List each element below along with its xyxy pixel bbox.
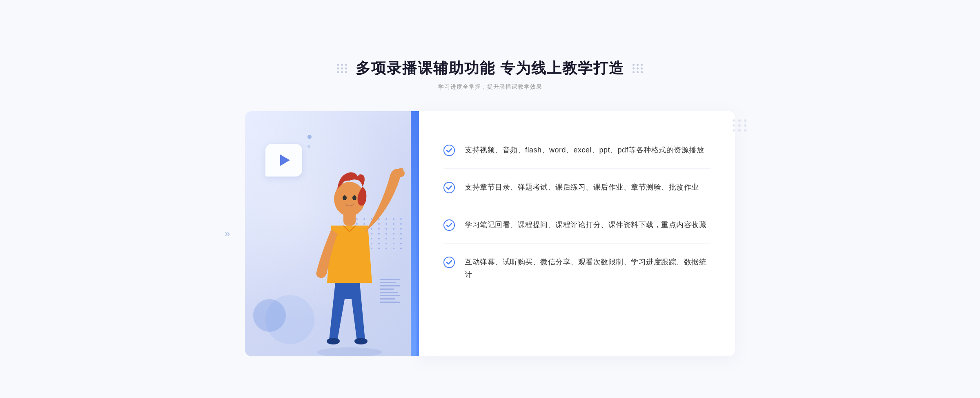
left-arrow-decoration: » — [225, 228, 230, 239]
deco-circle-small — [253, 299, 286, 332]
content-section: » — [245, 111, 735, 356]
feature-text-1: 支持视频、音频、flash、word、excel、ppt、pdf等各种格式的资源… — [465, 144, 704, 157]
play-icon — [280, 154, 290, 166]
human-figure-illustration — [296, 144, 411, 356]
svg-point-0 — [317, 347, 382, 356]
page-title: 多项录播课辅助功能 专为线上教学打造 — [356, 58, 624, 78]
check-icon-2 — [443, 182, 455, 193]
header-decorators: 多项录播课辅助功能 专为线上教学打造 — [245, 58, 735, 78]
feature-item-4: 互动弹幕、试听购买、微信分享、观看次数限制、学习进度跟踪、数据统计 — [443, 244, 710, 293]
illustration-area — [245, 111, 416, 356]
right-dot-grid — [633, 64, 643, 73]
check-icon-1 — [443, 145, 455, 156]
svg-point-10 — [444, 220, 454, 230]
svg-point-9 — [444, 182, 454, 193]
feature-item-3: 学习笔记回看、课程提问、课程评论打分、课件资料下载，重点内容收藏 — [443, 206, 710, 244]
feature-item-1: 支持视频、音频、flash、word、excel、ppt、pdf等各种格式的资源… — [443, 132, 710, 169]
page-wrapper: 多项录播课辅助功能 专为线上教学打造 学习进度全掌握，提升录播课教学效果 » — [245, 42, 735, 356]
feature-item-2: 支持章节目录、弹题考试、课后练习、课后作业、章节测验、批改作业 — [443, 169, 710, 206]
svg-point-2 — [354, 338, 368, 344]
features-area: 支持视频、音频、flash、word、excel、ppt、pdf等各种格式的资源… — [419, 111, 735, 356]
chevron-icon: » — [225, 228, 230, 239]
svg-point-5 — [343, 195, 347, 200]
check-icon-4 — [443, 257, 455, 268]
svg-point-6 — [352, 195, 356, 200]
feature-text-4: 互动弹幕、试听购买、微信分享、观看次数限制、学习进度跟踪、数据统计 — [465, 256, 710, 281]
feature-text-3: 学习笔记回看、课程提问、课程评论打分、课件资料下载，重点内容收藏 — [465, 219, 706, 231]
check-icon-3 — [443, 219, 455, 231]
svg-point-11 — [444, 257, 454, 268]
feature-text-2: 支持章节目录、弹题考试、课后练习、课后作业、章节测验、批改作业 — [465, 181, 699, 194]
left-dot-grid — [337, 64, 347, 73]
svg-point-7 — [395, 169, 405, 177]
svg-point-8 — [444, 145, 454, 156]
blue-accent-strip — [411, 111, 416, 356]
svg-point-1 — [327, 338, 340, 344]
outer-dots-right — [733, 119, 747, 132]
page-subtitle: 学习进度全掌握，提升录播课教学效果 — [245, 83, 735, 91]
header-section: 多项录播课辅助功能 专为线上教学打造 学习进度全掌握，提升录播课教学效果 — [245, 42, 735, 103]
